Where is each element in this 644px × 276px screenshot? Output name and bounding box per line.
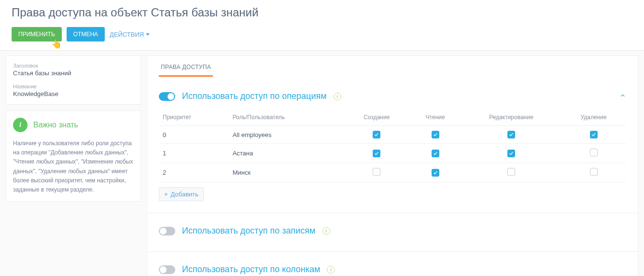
actions-label: ДЕЙСТВИЯ <box>110 31 144 38</box>
object-info-card: Заголовок Статья базы знаний Название Kn… <box>6 55 141 105</box>
permissions-table: Приоритет Роль/Пользователь Создание Чте… <box>159 109 626 182</box>
table-row[interactable]: 2Минск <box>159 163 626 182</box>
info-icon: i <box>13 118 28 132</box>
col-role: Роль/Пользователь <box>229 109 344 126</box>
heading-value: Статья базы знаний <box>13 69 134 77</box>
checkbox[interactable] <box>373 150 380 157</box>
checkbox[interactable] <box>590 168 598 176</box>
checkbox[interactable] <box>432 150 439 157</box>
checkbox[interactable] <box>373 168 380 176</box>
checkbox[interactable] <box>507 150 515 157</box>
hint-title: Важно знать <box>33 121 78 129</box>
checkbox[interactable] <box>590 131 598 138</box>
cell-role: All employees <box>229 126 344 144</box>
toggle-records[interactable] <box>159 227 175 235</box>
checkbox[interactable] <box>432 131 439 138</box>
table-row[interactable]: 1Астана <box>159 144 626 163</box>
cell-read <box>409 126 462 144</box>
cell-edit <box>462 163 561 182</box>
name-label: Название <box>13 83 134 89</box>
cell-role: Минск <box>229 163 344 182</box>
hint-text: Наличие у пользователя либо роли доступа… <box>13 139 134 194</box>
cancel-button[interactable]: ОТМЕНА <box>67 27 105 41</box>
section-columns: Использовать доступ по колонкам i <box>159 261 626 276</box>
cell-read <box>409 144 462 163</box>
hint-card: i Важно знать Наличие у пользователя либ… <box>6 110 141 202</box>
cell-delete <box>561 163 626 182</box>
checkbox[interactable] <box>373 131 380 138</box>
name-value: KnowledgeBase <box>13 90 134 97</box>
add-button[interactable]: + Добавить <box>159 187 204 201</box>
col-priority: Приоритет <box>159 109 229 126</box>
info-icon[interactable]: i <box>322 227 330 235</box>
chevron-down-icon <box>146 33 150 36</box>
cell-read <box>409 163 462 182</box>
info-icon[interactable]: i <box>334 93 341 100</box>
plus-icon: + <box>164 191 168 198</box>
checkbox[interactable] <box>590 149 598 156</box>
page-title: Права доступа на объект Статья базы знан… <box>12 6 632 19</box>
section-operations-title: Использовать доступ по операциям <box>182 91 327 101</box>
toggle-operations[interactable] <box>159 92 175 101</box>
collapse-icon[interactable] <box>619 92 626 100</box>
info-icon[interactable]: i <box>327 266 335 274</box>
col-create: Создание <box>344 109 409 126</box>
col-read: Чтение <box>409 109 462 126</box>
checkbox[interactable] <box>432 169 439 177</box>
checkbox[interactable] <box>507 131 515 138</box>
tab-access-rights[interactable]: ПРАВА ДОСТУПА <box>159 56 213 77</box>
checkbox[interactable] <box>507 168 515 176</box>
tabs: ПРАВА ДОСТУПА <box>159 56 626 77</box>
cell-delete <box>561 126 626 144</box>
cell-delete <box>561 144 626 163</box>
col-delete: Удаление <box>561 109 626 126</box>
section-records: Использовать доступ по записям i <box>159 222 626 240</box>
section-columns-title: Использовать доступ по колонкам <box>182 264 320 275</box>
toggle-columns[interactable] <box>159 265 175 274</box>
cell-priority: 0 <box>159 126 229 144</box>
cell-priority: 1 <box>159 144 229 163</box>
apply-button[interactable]: ПРИМЕНИТЬ <box>12 27 62 41</box>
cell-create <box>344 144 409 163</box>
cell-edit <box>462 144 561 163</box>
cell-create <box>344 163 409 182</box>
cell-priority: 2 <box>159 163 229 182</box>
actions-dropdown[interactable]: ДЕЙСТВИЯ <box>110 31 150 38</box>
heading-label: Заголовок <box>13 63 134 69</box>
cell-edit <box>462 126 561 144</box>
col-edit: Редактирование <box>462 109 561 126</box>
cell-role: Астана <box>229 144 344 163</box>
cell-create <box>344 126 409 144</box>
table-row[interactable]: 0All employees <box>159 126 626 144</box>
toolbar: ПРИМЕНИТЬ ОТМЕНА ДЕЙСТВИЯ <box>12 27 632 41</box>
section-operations: Использовать доступ по операциям i <box>159 87 626 105</box>
add-label: Добавить <box>171 191 198 198</box>
section-records-title: Использовать доступ по записям <box>182 226 316 236</box>
